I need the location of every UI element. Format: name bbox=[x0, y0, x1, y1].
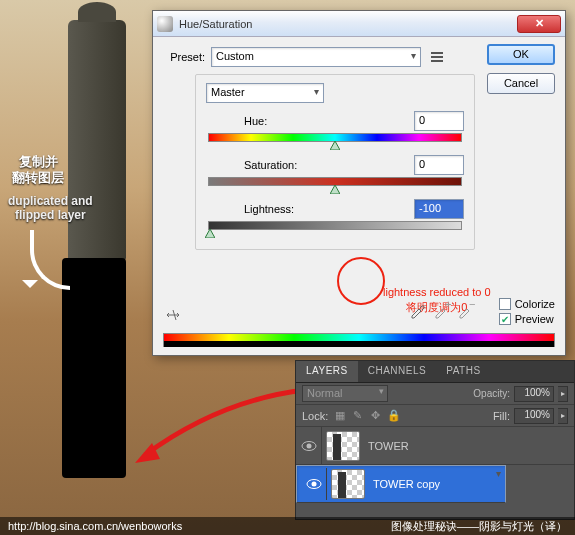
layer-name[interactable]: TOWER bbox=[364, 440, 409, 452]
tab-layers[interactable]: LAYERS bbox=[296, 361, 358, 382]
tool-row bbox=[163, 305, 183, 325]
layers-panel: LAYERS CHANNELS PATHS Normal Opacity: 10… bbox=[295, 360, 575, 520]
lightness-label: Lightness: bbox=[244, 203, 294, 215]
svg-point-5 bbox=[311, 482, 316, 487]
lock-pixels-icon[interactable]: ✎ bbox=[350, 408, 365, 423]
footer-url: http://blog.sina.com.cn/wenboworks bbox=[8, 520, 182, 532]
lock-position-icon[interactable]: ✥ bbox=[368, 408, 383, 423]
scrub-tool-icon[interactable] bbox=[163, 305, 183, 325]
layer-thumbnail[interactable] bbox=[326, 431, 360, 461]
red-circle-annotation bbox=[337, 257, 385, 305]
footer: http://blog.sina.com.cn/wenboworks 图像处理秘… bbox=[0, 517, 575, 535]
svg-text:−: − bbox=[469, 301, 475, 310]
lock-all-icon[interactable]: 🔒 bbox=[386, 408, 401, 423]
annotation-cn-duplicate: 复制并 翻转图层 bbox=[12, 154, 64, 186]
colorize-label: Colorize bbox=[515, 298, 555, 310]
visibility-icon[interactable] bbox=[301, 468, 327, 500]
annotation-en-duplicate: duplicated and flipped layer bbox=[8, 194, 93, 222]
saturation-slider[interactable] bbox=[208, 177, 462, 195]
preset-menu-icon[interactable] bbox=[429, 49, 445, 65]
opacity-label: Opacity: bbox=[473, 388, 510, 399]
fill-label: Fill: bbox=[493, 410, 510, 422]
ok-button[interactable]: OK bbox=[487, 44, 555, 65]
hue-range-bar bbox=[163, 333, 555, 347]
white-curve-arrow bbox=[30, 230, 70, 290]
opacity-flyout-icon[interactable]: ▸ bbox=[558, 386, 568, 402]
cancel-button[interactable]: Cancel bbox=[487, 73, 555, 94]
layer-thumbnail[interactable] bbox=[331, 469, 365, 499]
blend-mode-select[interactable]: Normal bbox=[302, 385, 388, 402]
tab-paths[interactable]: PATHS bbox=[436, 361, 490, 382]
lightness-slider[interactable] bbox=[208, 221, 462, 239]
channel-select[interactable]: Master bbox=[206, 83, 324, 103]
dialog-title: Hue/Saturation bbox=[179, 18, 517, 30]
preview-label: Preview bbox=[515, 313, 554, 325]
saturation-label: Saturation: bbox=[244, 159, 297, 171]
layer-row-selected[interactable]: TOWER copy bbox=[296, 465, 506, 503]
footer-caption: 图像处理秘诀——阴影与灯光（译） bbox=[391, 519, 567, 534]
colorize-checkbox[interactable]: Colorize bbox=[499, 298, 555, 310]
lightness-input[interactable]: -100 bbox=[414, 199, 464, 219]
opacity-input[interactable]: 100% bbox=[514, 386, 554, 402]
tower-image bbox=[68, 20, 126, 260]
preview-checkbox[interactable]: ✔ Preview bbox=[499, 313, 555, 325]
layer-row[interactable]: TOWER bbox=[296, 427, 574, 465]
close-button[interactable]: ✕ bbox=[517, 15, 561, 33]
layer-name[interactable]: TOWER copy bbox=[369, 478, 440, 490]
tower-shadow-image bbox=[62, 258, 126, 478]
hue-label: Hue: bbox=[244, 115, 267, 127]
saturation-input[interactable]: 0 bbox=[414, 155, 464, 175]
eyedropper-add-icon[interactable]: + bbox=[433, 301, 453, 321]
red-arrow bbox=[130, 385, 310, 470]
hue-slider[interactable] bbox=[208, 133, 462, 151]
preset-label: Preset: bbox=[165, 51, 211, 63]
lock-label: Lock: bbox=[302, 410, 328, 422]
fill-input[interactable]: 100% bbox=[514, 408, 554, 424]
tab-channels[interactable]: CHANNELS bbox=[358, 361, 436, 382]
ps-icon bbox=[157, 16, 173, 32]
lock-transparency-icon[interactable]: ▦ bbox=[332, 408, 347, 423]
preset-select[interactable]: Custom bbox=[211, 47, 421, 67]
svg-point-3 bbox=[306, 443, 311, 448]
svg-text:+: + bbox=[445, 301, 451, 310]
eyedropper-icon[interactable] bbox=[409, 301, 429, 321]
hue-saturation-dialog: Hue/Saturation ✕ OK Cancel Preset: Custo… bbox=[152, 10, 566, 356]
visibility-icon[interactable] bbox=[296, 427, 322, 464]
dialog-titlebar[interactable]: Hue/Saturation ✕ bbox=[153, 11, 565, 37]
fill-flyout-icon[interactable]: ▸ bbox=[558, 408, 568, 424]
eyedropper-sub-icon[interactable]: − bbox=[457, 301, 477, 321]
hue-input[interactable]: 0 bbox=[414, 111, 464, 131]
red-annotation-en: lightness reduced to 0 bbox=[383, 285, 491, 300]
